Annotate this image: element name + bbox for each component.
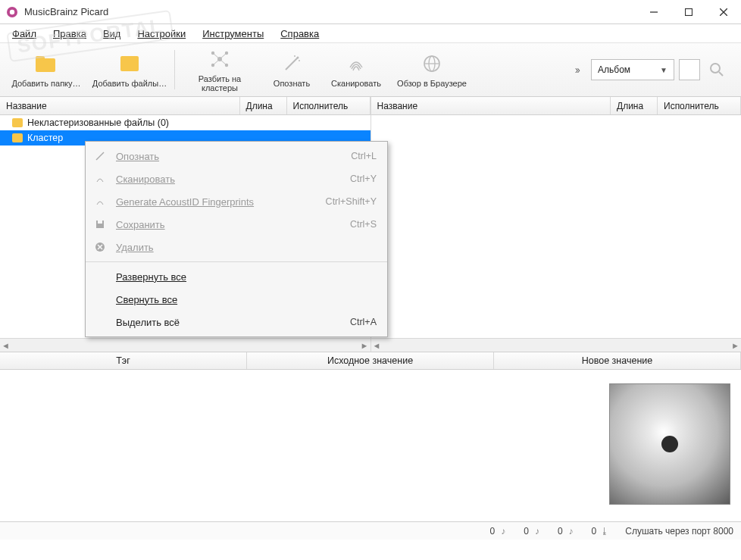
cm-lookup-shortcut: Ctrl+L bbox=[351, 151, 377, 161]
svg-rect-8 bbox=[120, 56, 139, 71]
left-scrollbar[interactable]: ◄► bbox=[0, 338, 370, 352]
svg-point-25 bbox=[711, 64, 720, 73]
cm-select-all-shortcut: Ctrl+A bbox=[350, 317, 377, 327]
col-length[interactable]: Длина bbox=[240, 97, 287, 114]
wand-icon bbox=[280, 52, 304, 76]
toolbar-cluster[interactable]: Разбить на кластеры bbox=[178, 44, 261, 95]
cm-lookup-label: Опознать bbox=[116, 151, 159, 162]
close-button[interactable] bbox=[706, 0, 741, 24]
tag-headers: Тэг Исходное значение Новое значение bbox=[0, 352, 741, 370]
svg-point-19 bbox=[297, 57, 299, 59]
status-count-4: 0⭳ bbox=[592, 526, 611, 537]
cm-scan-shortcut: Ctrl+Y bbox=[350, 174, 377, 184]
tag-content bbox=[0, 370, 599, 521]
cm-collapse-label: Свернуть все bbox=[116, 294, 177, 305]
cm-lookup[interactable]: Опознать Ctrl+L bbox=[86, 145, 387, 167]
toolbar-browser[interactable]: Обзор в Браузере bbox=[390, 44, 474, 95]
col-name[interactable]: Название bbox=[371, 97, 611, 114]
svg-point-20 bbox=[294, 55, 295, 57]
fingerprint-icon bbox=[344, 52, 368, 76]
svg-line-14 bbox=[213, 53, 220, 59]
context-menu: Опознать Ctrl+L Сканировать Ctrl+Y Gener… bbox=[85, 141, 388, 337]
col-artist[interactable]: Исполнитель bbox=[287, 97, 370, 114]
toolbar-add-files-label: Добавить файлы… bbox=[92, 79, 167, 88]
status-listen: Слушать через порт 8000 bbox=[625, 526, 733, 537]
toolbar-lookup-label: Опознать bbox=[274, 79, 310, 88]
toolbar-add-files[interactable]: Добавить файлы… bbox=[88, 44, 171, 95]
status-bar: 0♪ 0♪ 0♪ 0⭳ Слушать через порт 8000 bbox=[0, 521, 741, 540]
cm-scan-label: Сканировать bbox=[116, 174, 175, 185]
left-column-headers: Название Длина Исполнитель bbox=[0, 97, 370, 115]
right-column-headers: Название Длина Исполнитель bbox=[371, 97, 742, 115]
cm-expand-all[interactable]: Развернуть все bbox=[86, 265, 387, 288]
col-name[interactable]: Название bbox=[0, 97, 240, 114]
svg-rect-3 bbox=[686, 8, 693, 15]
menu-tools[interactable]: Инструменты bbox=[195, 26, 271, 42]
tag-body bbox=[0, 370, 741, 521]
tree-unclustered[interactable]: Некластеризованные файлы (0) bbox=[0, 115, 370, 130]
status-count-2: 0♪ bbox=[524, 526, 542, 537]
tree-unclustered-label: Некластеризованные файлы (0) bbox=[27, 117, 169, 128]
toolbar-overflow[interactable]: ›› bbox=[575, 64, 579, 76]
cover-art[interactable] bbox=[609, 383, 730, 505]
right-pane: Название Длина Исполнитель ◄► bbox=[371, 97, 742, 352]
cm-select-all[interactable]: Выделить всё Ctrl+A bbox=[86, 311, 387, 333]
globe-icon bbox=[420, 52, 444, 76]
remove-icon bbox=[92, 242, 108, 252]
app-icon bbox=[6, 6, 18, 18]
menu-help[interactable]: Справка bbox=[273, 26, 327, 42]
folder-icon bbox=[12, 118, 23, 127]
search-type-combo[interactable]: Альбом ▼ bbox=[591, 59, 674, 80]
cm-select-all-label: Выделить всё bbox=[116, 317, 350, 328]
note-icon: ♪ bbox=[532, 526, 542, 537]
right-scrollbar[interactable]: ◄► bbox=[371, 338, 742, 352]
cm-remove[interactable]: Удалить bbox=[86, 236, 387, 258]
col-length[interactable]: Длина bbox=[611, 97, 658, 114]
menu-edit[interactable]: Правка bbox=[45, 26, 94, 42]
tag-col-original[interactable]: Исходное значение bbox=[247, 352, 494, 369]
cm-scan[interactable]: Сканировать Ctrl+Y bbox=[86, 167, 387, 190]
cm-save-shortcut: Ctrl+S bbox=[350, 219, 377, 230]
cm-acoustid-shortcut: Ctrl+Shift+Y bbox=[326, 196, 377, 207]
menu-bar: Файл Правка Вид Настройки Инструменты Сп… bbox=[0, 24, 741, 42]
menu-settings[interactable]: Настройки bbox=[130, 26, 193, 42]
fingerprint-icon bbox=[92, 196, 108, 207]
combo-label: Альбом bbox=[598, 64, 630, 75]
cm-save[interactable]: Сохранить Ctrl+S bbox=[86, 213, 387, 236]
toolbar-scan[interactable]: Сканировать bbox=[322, 44, 390, 95]
cm-expand-label: Развернуть все bbox=[116, 271, 186, 283]
tag-col-tag[interactable]: Тэг bbox=[0, 352, 247, 369]
toolbar-scan-label: Сканировать bbox=[331, 79, 381, 88]
svg-line-18 bbox=[286, 58, 298, 70]
col-artist[interactable]: Исполнитель bbox=[658, 97, 741, 114]
svg-point-1 bbox=[10, 9, 14, 14]
svg-line-27 bbox=[96, 152, 104, 160]
note-icon: ♪ bbox=[566, 526, 577, 537]
menu-view[interactable]: Вид bbox=[95, 26, 129, 42]
svg-point-21 bbox=[299, 60, 300, 61]
folder-icon bbox=[12, 133, 23, 142]
toolbar-cluster-label: Разбить на кластеры bbox=[180, 74, 260, 92]
chevron-down-icon: ▼ bbox=[660, 66, 668, 74]
toolbar-lookup[interactable]: Опознать bbox=[261, 44, 322, 95]
cm-acoustid[interactable]: Generate AcoustID Fingerprints Ctrl+Shif… bbox=[86, 190, 387, 213]
maximize-button[interactable] bbox=[671, 0, 706, 24]
svg-rect-7 bbox=[36, 56, 45, 61]
menu-file[interactable]: Файл bbox=[5, 26, 44, 42]
cm-save-label: Сохранить bbox=[116, 219, 165, 230]
status-count-3: 0♪ bbox=[558, 526, 577, 537]
folder-icon bbox=[34, 52, 58, 76]
svg-line-15 bbox=[220, 53, 227, 59]
minimize-button[interactable] bbox=[636, 0, 671, 24]
cm-separator bbox=[86, 261, 387, 262]
cm-collapse-all[interactable]: Свернуть все bbox=[86, 288, 387, 311]
right-tree[interactable] bbox=[371, 115, 742, 338]
save-icon bbox=[92, 219, 108, 230]
title-bar: MusicBrainz Picard bbox=[0, 0, 741, 24]
toolbar-add-folder[interactable]: Добавить папку… bbox=[5, 44, 88, 95]
search-button[interactable] bbox=[705, 58, 729, 82]
search-input[interactable] bbox=[679, 59, 700, 80]
download-icon: ⭳ bbox=[599, 526, 610, 537]
cm-remove-label: Удалить bbox=[116, 242, 154, 253]
tag-col-new[interactable]: Новое значение bbox=[494, 352, 741, 369]
